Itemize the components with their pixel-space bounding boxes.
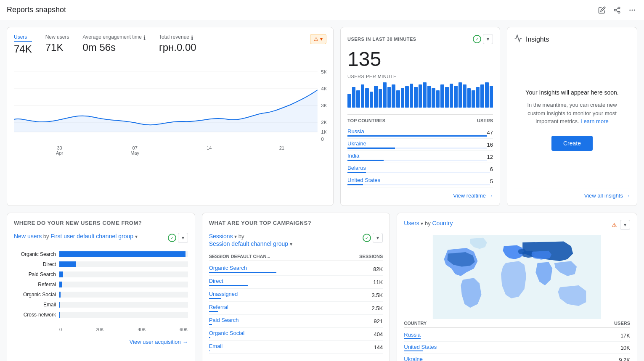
total-revenue-label: Total revenue xyxy=(159,34,189,40)
campaign-name[interactable]: Email xyxy=(209,343,358,351)
dropdown-arrow[interactable]: ▾ xyxy=(135,234,138,240)
realtime-value: 135 xyxy=(347,47,493,71)
country-name[interactable]: Belarus xyxy=(347,165,366,171)
campaigns-title-1[interactable]: Sessions xyxy=(209,233,233,240)
geo-dropdown-btn[interactable]: ▾ xyxy=(620,220,630,230)
geo-users-dropdown[interactable]: ▾ xyxy=(421,221,423,227)
table-row: Email 144 xyxy=(209,341,383,354)
acquisition-card-title[interactable]: New users xyxy=(14,233,42,240)
campaign-name[interactable]: Direct xyxy=(209,278,358,286)
campaign-name[interactable]: Organic Search xyxy=(209,265,358,273)
bar-fill xyxy=(59,312,60,318)
total-revenue-info-icon[interactable]: ℹ xyxy=(191,34,193,41)
geo-country-name[interactable]: Russia xyxy=(404,332,421,338)
table-row: Organic Search 82K xyxy=(209,263,383,276)
top-row: Users 74K New users 71K Average engageme… xyxy=(7,27,637,206)
svg-point-7 xyxy=(634,9,635,11)
x-label-3: 14 xyxy=(207,145,212,155)
campaign-value: 3.5K xyxy=(358,292,383,298)
bottom-row: WHERE DO YOUR NEW USERS COME FROM? New u… xyxy=(7,213,637,361)
mini-bar xyxy=(445,87,449,108)
campaign-name[interactable]: Organic Social xyxy=(209,330,358,338)
warning-badge[interactable]: ⚠ ▾ xyxy=(310,34,326,44)
mini-bar xyxy=(423,82,427,108)
dropdown-chevron: ▾ xyxy=(320,36,323,42)
acquisition-dimension[interactable]: First user default channel group xyxy=(50,233,133,240)
acq-dropdown-btn[interactable]: ▾ xyxy=(178,233,188,243)
channel-label: Referral xyxy=(14,282,56,287)
view-user-acquisition-link[interactable]: View user acquisition → xyxy=(14,339,188,345)
svg-text:1K: 1K xyxy=(321,129,326,134)
avg-engagement-label: Average engagement time xyxy=(82,34,142,40)
campaign-name[interactable]: Unassigned xyxy=(209,291,358,299)
page-header: Reports snapshot xyxy=(0,0,644,20)
dimension-dropdown[interactable]: ▾ xyxy=(290,241,292,247)
users-col-label: USERS xyxy=(477,118,493,123)
campaign-name[interactable]: Paid Search xyxy=(209,317,358,325)
insights-body: Your Insights will appear here soon. In … xyxy=(514,51,630,189)
realtime-status-badge: ✓ ▾ xyxy=(473,34,493,44)
create-insights-button[interactable]: Create xyxy=(551,136,593,151)
view-all-insights-link[interactable]: View all insights → xyxy=(514,189,630,199)
bar-fill xyxy=(59,282,62,287)
svg-text:3K: 3K xyxy=(321,103,326,108)
chart-x-labels: 30Apr 07May 14 21 xyxy=(14,144,326,155)
insights-learn-more[interactable]: Learn more xyxy=(580,118,608,124)
col-channel-header: SESSION DEFAULT CHAN... xyxy=(209,254,270,259)
more-icon[interactable] xyxy=(627,5,637,15)
share-icon[interactable] xyxy=(612,5,622,15)
new-users-metric: New users 71K xyxy=(45,34,69,53)
geo-card: Users ▾ by Country ⚠ ▾ xyxy=(397,213,637,361)
edit-icon[interactable] xyxy=(597,5,607,15)
country-name[interactable]: India xyxy=(347,153,359,159)
svg-point-0 xyxy=(618,7,620,9)
mini-bar xyxy=(450,84,453,108)
total-revenue-metric: Total revenue ℹ грн.0.00 xyxy=(159,34,196,53)
realtime-header: USERS IN LAST 30 MINUTES ✓ ▾ xyxy=(347,34,493,44)
page-title: Reports snapshot xyxy=(7,5,66,14)
sessions-dropdown[interactable]: ▾ xyxy=(234,234,237,240)
realtime-dropdown[interactable]: ▾ xyxy=(483,34,493,44)
channel-label: Direct xyxy=(14,261,56,267)
insights-trend-icon xyxy=(514,34,522,45)
svg-line-4 xyxy=(616,8,618,9)
mini-bar xyxy=(379,89,382,108)
country-row: India 12 xyxy=(347,151,493,163)
country-name[interactable]: Russia xyxy=(347,128,364,134)
acquisition-bar-row: Email xyxy=(14,302,188,308)
acquisition-section-title: WHERE DO YOUR NEW USERS COME FROM? xyxy=(14,220,188,226)
geo-status: ⚠ ▾ xyxy=(610,220,630,230)
view-realtime-link[interactable]: View realtime → xyxy=(347,192,493,199)
acquisition-bar-row: Organic Social xyxy=(14,292,188,298)
bar-fill xyxy=(59,271,63,277)
mini-bar xyxy=(392,84,395,108)
bar-bg xyxy=(59,292,188,298)
camp-dropdown-btn[interactable]: ▾ xyxy=(373,233,383,243)
channel-label: Paid Search xyxy=(14,271,56,277)
mini-bar xyxy=(490,86,493,108)
campaigns-subcard-header: Sessions ▾ by Session default channel gr… xyxy=(209,233,383,247)
mini-bar xyxy=(458,82,462,108)
campaign-name[interactable]: Referral xyxy=(209,304,358,312)
mini-bar xyxy=(419,84,422,108)
geo-country-name[interactable]: United States xyxy=(404,344,437,350)
geo-country-name[interactable]: Ukraine xyxy=(404,356,423,361)
campaigns-dimension[interactable]: Session default channel group xyxy=(209,240,288,247)
channel-label: Organic Social xyxy=(14,292,56,298)
x-label-1: 30Apr xyxy=(56,145,63,155)
campaign-value: 2.5K xyxy=(358,305,383,311)
metrics-row: Users 74K New users 71K Average engageme… xyxy=(14,34,326,55)
geo-col-users: USERS xyxy=(614,321,630,326)
campaign-value: 404 xyxy=(358,331,383,337)
users-card: Users 74K New users 71K Average engageme… xyxy=(7,27,334,206)
insights-sub-text: In the meantime, you can create new cust… xyxy=(521,101,623,126)
svg-line-3 xyxy=(616,11,618,12)
world-map-svg xyxy=(404,235,630,319)
geo-dimension[interactable]: Country xyxy=(432,220,453,227)
avg-engagement-info-icon[interactable]: ℹ xyxy=(143,34,146,41)
country-value: 12 xyxy=(487,154,493,160)
country-name[interactable]: United States xyxy=(347,177,380,183)
country-name[interactable]: Ukraine xyxy=(347,140,366,147)
bar-bg xyxy=(59,251,188,257)
geo-title[interactable]: Users xyxy=(404,220,419,227)
